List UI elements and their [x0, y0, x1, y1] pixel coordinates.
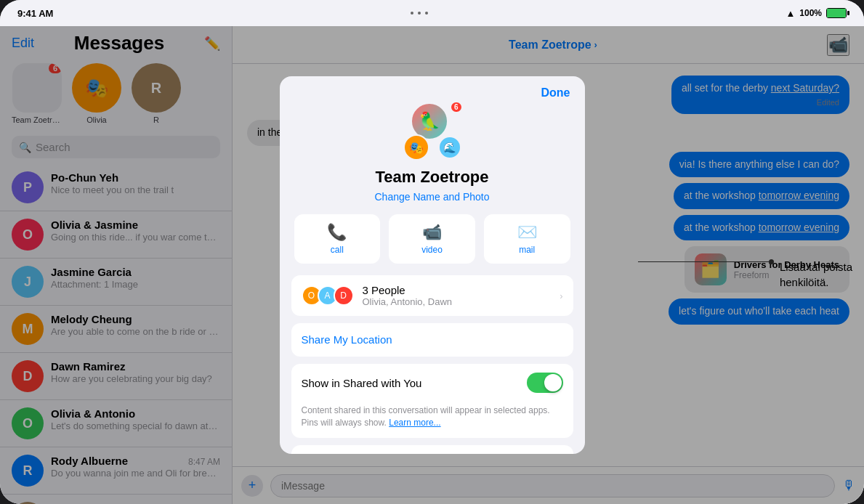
video-button[interactable]: 📹 video — [389, 214, 475, 264]
show-in-shared-label: Show in Shared with You — [302, 377, 518, 389]
status-bar: 9:41 AM ▲ 100% — [0, 0, 864, 26]
people-row[interactable]: O A D 3 People Olivia, Antonio, Dawn › — [291, 275, 573, 316]
dot-2 — [418, 12, 421, 15]
mail-label: mail — [519, 245, 535, 255]
group-avatar-2: 🎭 — [403, 134, 429, 160]
hide-alerts-section: Hide Alerts — [291, 445, 573, 454]
action-buttons: 📞 call 📹 video ✉️ mail — [280, 214, 585, 264]
show-in-shared-desc: Content shared in this conversation will… — [291, 402, 573, 438]
people-section: O A D 3 People Olivia, Antonio, Dawn › — [291, 275, 573, 316]
status-center-dots — [411, 12, 428, 15]
ipad-frame: 9:41 AM ▲ 100% Edit Messages ✏️ — [0, 0, 864, 504]
group-badge: 6 — [451, 102, 461, 112]
show-in-shared-row: Show in Shared with You — [291, 364, 573, 402]
learn-more-link[interactable]: Learn more... — [389, 418, 440, 428]
battery-percent: 100% — [799, 8, 822, 18]
mail-icon: ✉️ — [517, 223, 537, 242]
show-in-shared-toggle[interactable] — [527, 373, 563, 393]
people-names: Olivia, Antonio, Dawn — [363, 296, 552, 307]
callout-text: Lisää tai poistahenkilöitä. — [780, 259, 852, 290]
status-right: ▲ 100% — [786, 8, 847, 19]
modal-sheet: Done 🦜 🎭 🌊 6 Team Zoetrope Change Name a… — [280, 76, 585, 454]
callout-line — [638, 261, 769, 262]
dot-3 — [425, 12, 428, 15]
shared-with-you-section: Show in Shared with You Content shared i… — [291, 364, 573, 438]
people-avatars: O A D — [302, 285, 354, 306]
callout: Lisää tai poistahenkilöitä. — [638, 259, 852, 290]
dot-1 — [411, 12, 413, 15]
call-label: call — [331, 245, 344, 255]
people-avatar-3: D — [334, 285, 354, 306]
modal-header: Done — [280, 76, 585, 99]
done-button[interactable]: Done — [541, 86, 570, 99]
phone-icon: 📞 — [327, 223, 347, 242]
hide-alerts-row: Hide Alerts — [291, 445, 573, 454]
battery-fill — [827, 9, 846, 17]
wifi-icon: ▲ — [786, 8, 795, 19]
toggle-thumb — [544, 374, 562, 391]
mail-button[interactable]: ✉️ mail — [484, 214, 570, 264]
call-button[interactable]: 📞 call — [294, 214, 381, 264]
people-count: 3 People — [363, 284, 552, 296]
group-name: Team Zoetrope — [375, 168, 488, 187]
group-avatar-stack: 🦜 🎭 🌊 6 — [403, 102, 461, 160]
callout-dot — [769, 259, 774, 264]
show-in-shared-content: Show in Shared with You — [302, 377, 518, 389]
status-time: 9:41 AM — [17, 8, 53, 19]
people-info: 3 People Olivia, Antonio, Dawn — [363, 284, 552, 307]
group-avatar-3: 🌊 — [438, 136, 461, 159]
main-content: Edit Messages ✏️ 6 Team Zoetrope — [0, 26, 864, 504]
share-location-link[interactable]: Share My Location — [302, 333, 392, 346]
battery-icon — [826, 8, 847, 18]
people-chevron-icon: › — [560, 290, 562, 301]
share-location-section: Share My Location — [291, 323, 573, 357]
change-name-photo-link[interactable]: Change Name and Photo — [375, 191, 490, 203]
video-label: video — [421, 245, 443, 255]
modal-group-info: 🦜 🎭 🌊 6 Team Zoetrope Change Name and Ph… — [280, 99, 585, 214]
video-icon: 📹 — [422, 223, 442, 242]
